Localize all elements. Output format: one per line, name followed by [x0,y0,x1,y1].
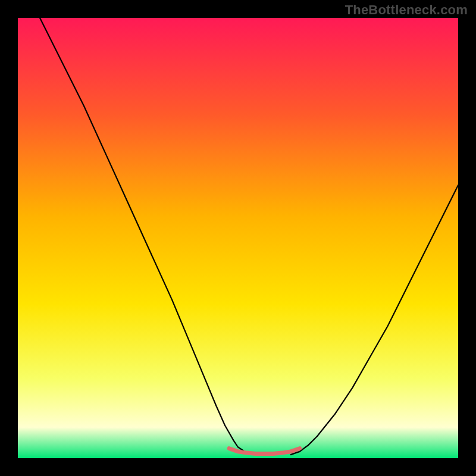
chart-frame: TheBottleneck.com [0,0,476,476]
curve-right-branch [291,185,458,455]
curve-floor-segment [229,449,299,454]
plot-area [18,18,458,458]
watermark-text: TheBottleneck.com [345,2,468,18]
curve-left-branch [40,18,256,455]
curve-layer [18,18,458,458]
